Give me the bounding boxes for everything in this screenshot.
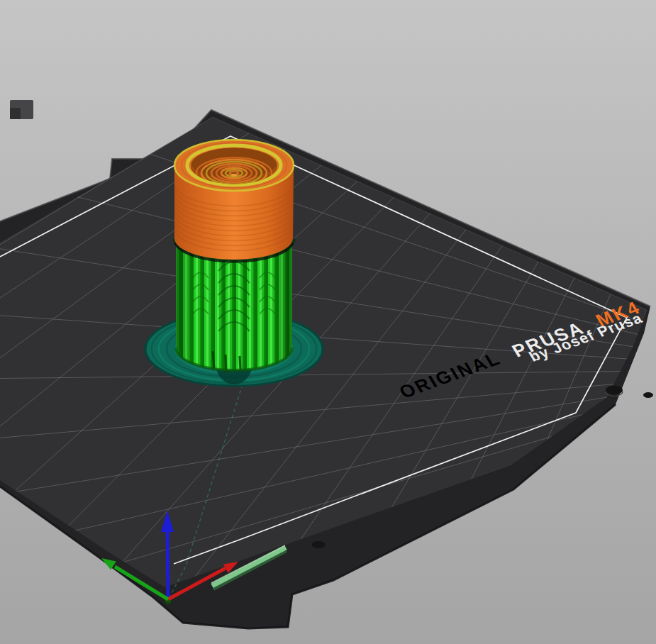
- bed-screw-hole: [312, 541, 326, 548]
- print-bed: ORIGINAL PRUSA MK4 by Josef Prusa: [0, 0, 653, 644]
- printer-frame-fragment: [10, 100, 33, 119]
- orange-section: [174, 140, 294, 260]
- gcode-preview-canvas[interactable]: ORIGINAL PRUSA MK4 by Josef Prusa: [0, 0, 656, 644]
- 3d-viewport[interactable]: ORIGINAL PRUSA MK4 by Josef Prusa: [0, 0, 656, 644]
- bed-screw-hole: [643, 392, 653, 398]
- cavity-center: [231, 174, 237, 177]
- bed-screw-hole: [606, 386, 623, 395]
